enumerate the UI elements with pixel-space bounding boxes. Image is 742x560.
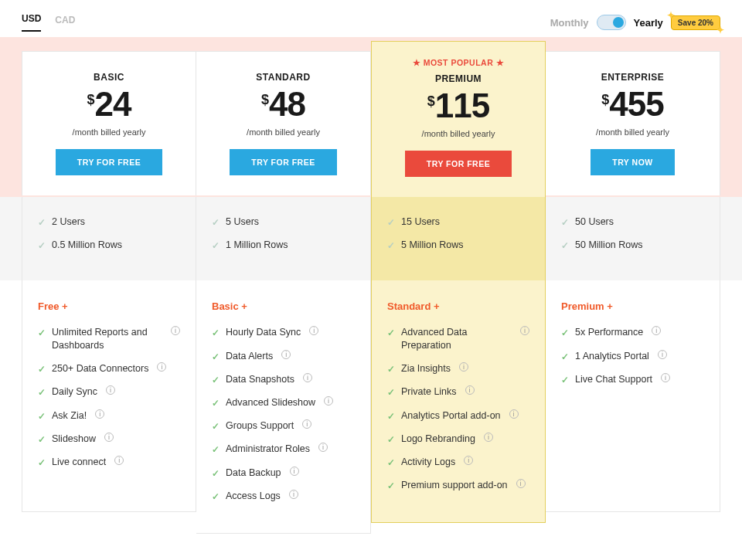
- info-icon[interactable]: i: [658, 350, 667, 359]
- currency-tab-usd[interactable]: USD: [22, 13, 41, 32]
- info-icon[interactable]: i: [520, 326, 529, 335]
- feature-text: Advanced Slideshow: [226, 396, 315, 409]
- feature-text: Ask Zia!: [52, 409, 87, 423]
- price: $115: [384, 89, 533, 123]
- features-block: Standard +✓Advanced Data Preparation i✓Z…: [371, 280, 546, 523]
- cta-button[interactable]: TRY FOR FREE: [230, 149, 336, 175]
- feature-text: Data Snapshots: [226, 373, 294, 386]
- info-icon[interactable]: i: [318, 443, 328, 452]
- info-icon[interactable]: i: [465, 385, 475, 395]
- feature-item: ✓Data Alerts i: [212, 350, 355, 363]
- price: $24: [35, 87, 183, 121]
- feature-item: ✓Daily Sync i: [38, 385, 180, 399]
- currency-symbol: $: [261, 92, 269, 108]
- features-block: Premium +✓5x Performance i✓1 Analytics P…: [546, 280, 720, 512]
- info-icon[interactable]: i: [171, 326, 180, 335]
- plan-name: ENTERPRISE: [558, 72, 707, 83]
- billing-toggle: Monthly Yearly ✦ Save 20% ✦: [550, 15, 720, 30]
- info-icon[interactable]: i: [303, 373, 312, 382]
- price-amount: 48: [269, 87, 305, 121]
- plan-card-standard: STANDARD$48/month billed yearlyTRY FOR F…: [196, 51, 371, 195]
- sparkle-icon: ✦: [667, 10, 675, 21]
- info-icon[interactable]: i: [661, 373, 670, 382]
- check-icon: ✓: [212, 443, 220, 456]
- feature-item: ✓Data Snapshots i: [212, 373, 355, 386]
- info-icon[interactable]: i: [324, 396, 333, 406]
- usage-block: ✓15 Users✓5 Million Rows: [371, 197, 546, 280]
- feature-text: Live connect: [52, 456, 106, 469]
- usage-text: 1 Million Rows: [226, 239, 288, 252]
- feature-text: Advanced Data Preparation: [401, 326, 512, 352]
- check-icon: ✓: [387, 239, 395, 252]
- feature-text: Data Backup: [226, 467, 281, 480]
- info-icon[interactable]: i: [157, 362, 166, 372]
- usage-text: 15 Users: [401, 216, 440, 229]
- info-icon[interactable]: i: [459, 362, 468, 372]
- usage-band: ✓2 Users✓0.5 Million Rows✓5 Users✓1 Mill…: [0, 197, 742, 280]
- features-block: Free +✓Unlimited Reports and Dashboards …: [22, 280, 196, 512]
- currency-symbol: $: [427, 93, 435, 110]
- cta-button[interactable]: TRY FOR FREE: [56, 149, 162, 175]
- usage-item: ✓1 Million Rows: [212, 239, 355, 252]
- usage-block: ✓5 Users✓1 Million Rows: [196, 197, 371, 280]
- switch-knob: [613, 17, 624, 28]
- feature-item: ✓Hourly Data Sync i: [212, 326, 355, 339]
- info-icon[interactable]: i: [95, 409, 104, 419]
- billing-yearly-label[interactable]: Yearly: [634, 17, 663, 29]
- inherits-label: Standard +: [387, 300, 529, 312]
- usage-item: ✓5 Million Rows: [387, 239, 529, 252]
- feature-item: ✓Administrator Roles i: [212, 443, 355, 456]
- price-amount: 24: [95, 87, 131, 121]
- check-icon: ✓: [212, 467, 220, 480]
- info-icon[interactable]: i: [106, 385, 115, 395]
- inherits-label: Premium +: [561, 300, 704, 312]
- feature-item: ✓250+ Data Connectors i: [38, 362, 180, 375]
- usage-item: ✓15 Users: [387, 216, 529, 229]
- price: $48: [209, 87, 358, 121]
- info-icon[interactable]: i: [290, 467, 299, 476]
- info-icon[interactable]: i: [509, 409, 519, 419]
- currency-tab-cad[interactable]: CAD: [55, 15, 75, 32]
- info-icon[interactable]: i: [114, 456, 124, 465]
- check-icon: ✓: [38, 216, 46, 229]
- usage-block: ✓2 Users✓0.5 Million Rows: [22, 197, 196, 280]
- check-icon: ✓: [38, 327, 46, 339]
- info-icon[interactable]: i: [516, 479, 526, 488]
- usage-text: 2 Users: [52, 216, 85, 229]
- info-icon[interactable]: i: [104, 433, 114, 442]
- info-icon[interactable]: i: [484, 433, 493, 442]
- check-icon: ✓: [212, 397, 220, 409]
- check-icon: ✓: [387, 480, 395, 492]
- check-icon: ✓: [212, 239, 220, 252]
- feature-text: Zia Insights: [401, 362, 451, 375]
- feature-item: ✓Private Links i: [387, 385, 529, 399]
- info-icon[interactable]: i: [289, 490, 298, 499]
- billing-monthly-label[interactable]: Monthly: [550, 17, 589, 29]
- most-popular-tag: ★ MOST POPULAR ★: [372, 58, 545, 67]
- info-icon[interactable]: i: [302, 419, 311, 429]
- sparkle-icon: ✦: [716, 25, 724, 36]
- feature-item: ✓Live connect i: [38, 456, 180, 469]
- check-icon: ✓: [38, 410, 46, 423]
- check-icon: ✓: [387, 456, 395, 469]
- cta-button[interactable]: TRY NOW: [591, 149, 675, 175]
- feature-item: ✓Premium support add-on i: [387, 479, 529, 492]
- save-badge-text: Save 20%: [678, 19, 713, 27]
- info-icon[interactable]: i: [281, 350, 291, 359]
- billing-switch[interactable]: [597, 15, 626, 30]
- currency-symbol: $: [87, 92, 95, 108]
- inherits-label: Free +: [38, 300, 180, 312]
- feature-item: ✓5x Performance i: [561, 326, 704, 339]
- features-block: Basic +✓Hourly Data Sync i✓Data Alerts i…: [196, 280, 371, 534]
- check-icon: ✓: [212, 374, 220, 386]
- info-icon[interactable]: i: [464, 456, 473, 465]
- feature-item: ✓Activity Logs i: [387, 456, 529, 469]
- info-icon[interactable]: i: [309, 326, 318, 335]
- info-icon[interactable]: i: [652, 326, 661, 335]
- usage-text: 5 Users: [226, 216, 259, 229]
- check-icon: ✓: [212, 490, 220, 503]
- cta-button[interactable]: TRY FOR FREE: [405, 151, 512, 177]
- feature-text: Administrator Roles: [226, 443, 310, 456]
- feature-text: Unlimited Reports and Dashboards: [52, 326, 162, 352]
- feature-text: Analytics Portal add-on: [401, 409, 501, 423]
